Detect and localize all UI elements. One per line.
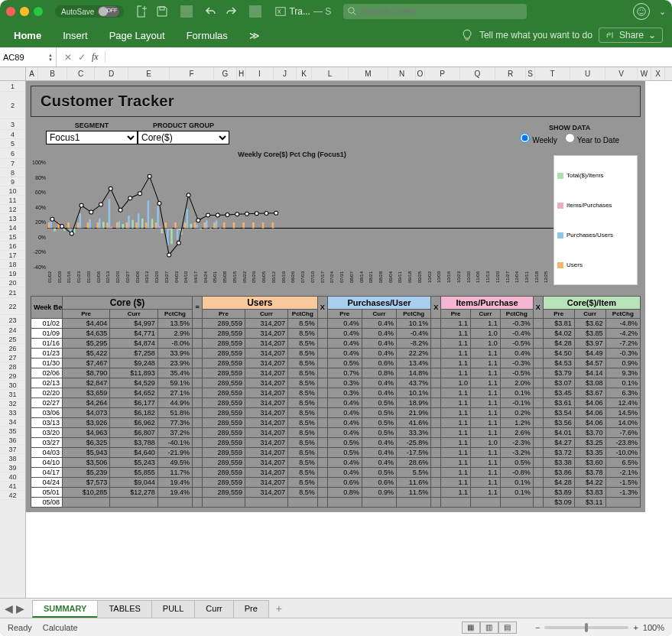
col-header[interactable]: R — [495, 67, 526, 80]
row-header[interactable]: 33 — [0, 408, 25, 417]
ribbon-tab-formulas[interactable]: Formulas — [183, 25, 231, 46]
radio-ytd[interactable]: Year to Date — [565, 133, 619, 144]
col-header[interactable]: I — [246, 67, 274, 80]
namebox-stepper[interactable]: ▲▼ — [48, 53, 53, 62]
share-button[interactable]: Share ⌄ — [599, 28, 663, 43]
zoom-out-button[interactable]: − — [535, 623, 540, 632]
row-header[interactable]: 36 — [0, 436, 25, 445]
view-pagelayout-icon[interactable]: ▥ — [480, 621, 498, 634]
close-window-button[interactable] — [6, 7, 15, 16]
row-header[interactable]: 30 — [0, 381, 25, 390]
fx-icon[interactable]: fx — [92, 51, 106, 63]
row-header[interactable]: 8 — [0, 168, 25, 177]
autosave-toggle[interactable]: AutoSave — [55, 5, 124, 18]
tab-next-icon[interactable]: ▶ — [16, 602, 24, 615]
formula-input[interactable] — [113, 47, 672, 67]
accept-icon[interactable]: ✓ — [78, 52, 86, 63]
row-header[interactable]: 32 — [0, 399, 25, 408]
autosave-switch[interactable] — [98, 6, 119, 17]
col-header[interactable]: E — [128, 67, 170, 80]
row-header[interactable]: 10 — [0, 187, 25, 196]
row-header[interactable]: 22 — [0, 298, 25, 315]
col-header[interactable]: S — [526, 67, 535, 80]
row-header[interactable]: 15 — [0, 232, 25, 242]
radio-weekly[interactable]: Weekly — [520, 133, 557, 144]
row-header[interactable]: 3 — [0, 119, 25, 130]
row-header[interactable]: 20 — [0, 278, 25, 287]
row-header[interactable]: 31 — [0, 390, 25, 399]
row-header[interactable]: 12 — [0, 205, 25, 214]
row-header[interactable]: 13 — [0, 214, 25, 223]
col-header[interactable]: P — [425, 67, 460, 80]
row-header[interactable]: 40 — [0, 472, 25, 482]
cells-area[interactable]: Customer Tracker SEGMENT Focus1 PRODUCT … — [26, 81, 672, 598]
col-header[interactable]: V — [605, 67, 638, 80]
row-header[interactable]: 9 — [0, 177, 25, 187]
row-header[interactable]: 16 — [0, 242, 25, 251]
col-header[interactable]: D — [95, 67, 128, 80]
zoom-in-button[interactable]: + — [633, 623, 638, 632]
search-box[interactable] — [343, 4, 527, 19]
row-header[interactable]: 11 — [0, 196, 25, 205]
redo-icon[interactable] — [225, 5, 237, 18]
row-header[interactable]: 25 — [0, 335, 25, 344]
sheet-tab[interactable]: PULL — [151, 600, 196, 618]
view-normal-icon[interactable]: ▦ — [462, 621, 480, 634]
worksheet[interactable]: ABCDEFGHIJKLMNOPQRSTUVWX 123456789101112… — [0, 67, 672, 598]
segment-select[interactable]: Focus1 — [46, 131, 138, 144]
row-header[interactable]: 23 — [0, 315, 25, 326]
new-workbook-icon[interactable] — [136, 5, 148, 18]
maximize-window-button[interactable] — [34, 7, 43, 16]
row-headers[interactable]: 1234567891011121314151617181920212223242… — [0, 81, 26, 598]
sheet-tab[interactable]: TABLES — [97, 600, 151, 618]
row-header[interactable]: 34 — [0, 417, 25, 427]
ribbon-tab-pagelayout[interactable]: Page Layout — [106, 25, 168, 46]
col-header[interactable]: X — [651, 67, 665, 80]
col-header[interactable]: N — [388, 67, 416, 80]
add-sheet-button[interactable]: + — [268, 599, 290, 618]
row-header[interactable]: 7 — [0, 159, 25, 168]
col-header[interactable]: O — [416, 67, 425, 80]
row-header[interactable]: 18 — [0, 260, 25, 269]
row-header[interactable]: 35 — [0, 427, 25, 436]
col-header[interactable]: L — [312, 67, 349, 80]
ribbon-more[interactable]: ≫ — [246, 25, 263, 46]
save-icon[interactable] — [156, 5, 168, 18]
col-header[interactable]: W — [638, 67, 651, 80]
sheet-tab[interactable]: SUMMARY — [32, 600, 98, 618]
select-all-corner[interactable] — [0, 67, 26, 81]
ribbon-tab-insert[interactable]: Insert — [60, 25, 91, 46]
row-header[interactable]: 5 — [0, 139, 25, 148]
view-pagebreak-icon[interactable]: ▤ — [498, 621, 517, 634]
col-header[interactable]: Q — [460, 67, 495, 80]
col-header[interactable]: M — [349, 67, 388, 80]
minimize-window-button[interactable] — [20, 7, 29, 16]
row-header[interactable]: 6 — [0, 148, 25, 159]
zoom-control[interactable]: − + 100% — [535, 623, 664, 632]
row-header[interactable]: 39 — [0, 463, 25, 472]
account-icon[interactable] — [633, 3, 650, 20]
tab-prev-icon[interactable]: ◀ — [5, 602, 13, 615]
col-header[interactable]: G — [214, 67, 237, 80]
column-headers[interactable]: ABCDEFGHIJKLMNOPQRSTUVWX — [26, 67, 672, 81]
row-header[interactable]: 29 — [0, 372, 25, 381]
row-header[interactable]: 4 — [0, 130, 25, 139]
col-header[interactable]: K — [297, 67, 312, 80]
row-header[interactable]: 26 — [0, 344, 25, 353]
sheet-tab[interactable]: Pre — [233, 600, 269, 618]
row-header[interactable]: 21 — [0, 287, 25, 298]
ribbon-tab-home[interactable]: Home — [11, 25, 44, 46]
row-header[interactable]: 28 — [0, 362, 25, 372]
row-header[interactable]: 37 — [0, 445, 25, 454]
product-group-select[interactable]: Core($) — [138, 131, 229, 144]
col-header[interactable]: T — [535, 67, 570, 80]
col-header[interactable]: F — [170, 67, 214, 80]
col-header[interactable]: H — [237, 67, 246, 80]
row-header[interactable]: 24 — [0, 326, 25, 335]
row-header[interactable]: 1 — [0, 81, 25, 92]
row-header[interactable]: 17 — [0, 251, 25, 260]
chevron-down-icon[interactable]: ⌄ — [659, 7, 666, 17]
cancel-icon[interactable]: ✕ — [64, 52, 72, 63]
row-header[interactable]: 2 — [0, 92, 25, 119]
zoom-slider[interactable] — [544, 626, 628, 629]
